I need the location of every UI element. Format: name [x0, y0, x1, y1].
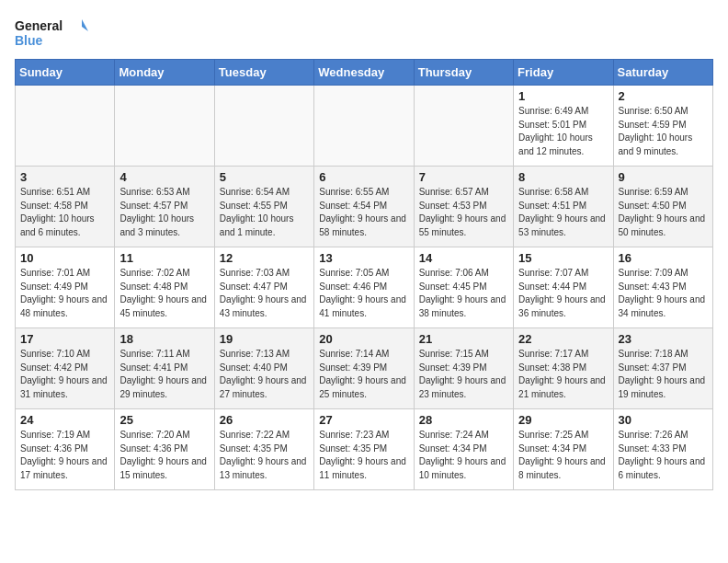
col-header-monday: Monday	[115, 60, 214, 86]
calendar-cell: 25Sunrise: 7:20 AMSunset: 4:36 PMDayligh…	[115, 409, 214, 490]
day-info-line: Sunrise: 7:15 AM	[419, 349, 489, 359]
calendar-cell: 30Sunrise: 7:26 AMSunset: 4:33 PMDayligh…	[613, 409, 712, 490]
day-info-line: Sunset: 4:48 PM	[119, 282, 188, 292]
calendar-cell: 27Sunrise: 7:23 AMSunset: 4:35 PMDayligh…	[314, 409, 414, 490]
day-info-line: Sunrise: 7:05 AM	[319, 268, 389, 278]
day-info-line: Daylight: 10 hours and 6 minutes.	[20, 213, 95, 237]
day-info-line: Sunrise: 7:22 AM	[220, 430, 290, 440]
week-row-1: 1Sunrise: 6:49 AMSunset: 5:01 PMDaylight…	[16, 86, 713, 167]
calendar-cell: 18Sunrise: 7:11 AMSunset: 4:41 PMDayligh…	[115, 328, 214, 409]
calendar-cell: 2Sunrise: 6:50 AMSunset: 4:59 PMDaylight…	[613, 86, 712, 167]
day-info-line: Daylight: 10 hours and 1 minute.	[220, 213, 294, 237]
calendar-cell: 13Sunrise: 7:05 AMSunset: 4:46 PMDayligh…	[314, 247, 414, 328]
day-info-line: Daylight: 10 hours and 9 minutes.	[619, 132, 693, 156]
calendar-cell	[214, 86, 313, 167]
day-info-line: Sunset: 4:54 PM	[319, 201, 387, 211]
day-number: 19	[220, 332, 309, 346]
calendar-cell: 1Sunrise: 6:49 AMSunset: 5:01 PMDaylight…	[514, 86, 613, 167]
day-info-line: Sunset: 4:51 PM	[518, 201, 586, 211]
col-header-wednesday: Wednesday	[314, 60, 414, 86]
day-number: 5	[220, 170, 309, 184]
calendar-cell: 20Sunrise: 7:14 AMSunset: 4:39 PMDayligh…	[314, 328, 414, 409]
day-info-line: Daylight: 9 hours and 19 minutes.	[619, 375, 706, 399]
day-info-line: Daylight: 9 hours and 13 minutes.	[220, 456, 307, 480]
col-header-tuesday: Tuesday	[214, 60, 313, 86]
logo-svg: General Blue	[15, 15, 88, 52]
day-info-line: Sunrise: 6:55 AM	[319, 187, 389, 197]
week-row-5: 24Sunrise: 7:19 AMSunset: 4:36 PMDayligh…	[16, 409, 713, 490]
day-info-line: Daylight: 10 hours and 3 minutes.	[119, 213, 194, 237]
svg-text:General: General	[15, 18, 63, 33]
day-info: Sunrise: 7:10 AMSunset: 4:42 PMDaylight:…	[20, 348, 109, 401]
page-header: General Blue	[15, 15, 713, 52]
day-info-line: Sunrise: 6:59 AM	[619, 187, 688, 197]
day-info-line: Daylight: 9 hours and 10 minutes.	[419, 456, 506, 480]
day-number: 8	[518, 170, 608, 184]
day-info-line: Daylight: 9 hours and 45 minutes.	[119, 294, 207, 318]
day-info-line: Daylight: 9 hours and 23 minutes.	[419, 375, 506, 399]
day-number: 27	[319, 413, 408, 427]
day-info-line: Sunrise: 7:09 AM	[619, 268, 688, 278]
day-number: 17	[20, 332, 109, 346]
day-info-line: Daylight: 9 hours and 29 minutes.	[119, 375, 207, 399]
day-number: 14	[419, 251, 508, 265]
day-info-line: Daylight: 9 hours and 34 minutes.	[619, 294, 706, 318]
day-info-line: Sunset: 4:36 PM	[119, 443, 188, 454]
day-info: Sunrise: 7:14 AMSunset: 4:39 PMDaylight:…	[319, 348, 408, 401]
logo: General Blue	[15, 15, 88, 52]
day-info-line: Sunset: 4:33 PM	[619, 443, 687, 454]
day-info-line: Sunrise: 7:13 AM	[220, 349, 290, 359]
day-info: Sunrise: 6:54 AMSunset: 4:55 PMDaylight:…	[220, 186, 309, 239]
day-number: 12	[220, 251, 309, 265]
day-info: Sunrise: 7:05 AMSunset: 4:46 PMDaylight:…	[319, 267, 408, 320]
day-number: 26	[220, 413, 309, 427]
day-info: Sunrise: 6:55 AMSunset: 4:54 PMDaylight:…	[319, 186, 408, 239]
day-info: Sunrise: 7:01 AMSunset: 4:49 PMDaylight:…	[20, 267, 109, 320]
day-info: Sunrise: 7:23 AMSunset: 4:35 PMDaylight:…	[319, 429, 408, 482]
week-row-2: 3Sunrise: 6:51 AMSunset: 4:58 PMDaylight…	[16, 167, 713, 247]
day-info: Sunrise: 7:06 AMSunset: 4:45 PMDaylight:…	[419, 267, 508, 320]
day-info-line: Daylight: 9 hours and 31 minutes.	[20, 375, 108, 399]
day-info-line: Sunrise: 7:19 AM	[20, 430, 90, 440]
day-info-line: Daylight: 9 hours and 50 minutes.	[619, 213, 706, 237]
day-info-line: Sunrise: 6:57 AM	[419, 187, 489, 197]
day-info-line: Sunset: 4:35 PM	[319, 443, 387, 454]
day-info-line: Sunset: 4:39 PM	[319, 362, 387, 373]
day-info-line: Daylight: 9 hours and 55 minutes.	[419, 213, 506, 237]
day-number: 13	[319, 251, 408, 265]
calendar-cell: 14Sunrise: 7:06 AMSunset: 4:45 PMDayligh…	[414, 247, 513, 328]
day-info-line: Sunset: 4:45 PM	[419, 282, 487, 292]
day-number: 7	[419, 170, 508, 184]
day-info-line: Sunrise: 7:10 AM	[20, 349, 90, 359]
day-info-line: Sunset: 4:39 PM	[419, 362, 487, 373]
col-header-thursday: Thursday	[414, 60, 513, 86]
day-info-line: Daylight: 9 hours and 27 minutes.	[220, 375, 307, 399]
calendar-cell	[314, 86, 414, 167]
day-info-line: Sunset: 4:42 PM	[20, 362, 88, 373]
day-info: Sunrise: 6:58 AMSunset: 4:51 PMDaylight:…	[518, 186, 608, 239]
svg-text:Blue: Blue	[15, 33, 43, 48]
day-number: 15	[518, 251, 608, 265]
day-info-line: Daylight: 9 hours and 15 minutes.	[119, 456, 207, 480]
day-info: Sunrise: 7:13 AMSunset: 4:40 PMDaylight:…	[220, 348, 309, 401]
week-row-4: 17Sunrise: 7:10 AMSunset: 4:42 PMDayligh…	[16, 328, 713, 409]
day-info-line: Daylight: 9 hours and 36 minutes.	[518, 294, 606, 318]
day-info: Sunrise: 7:26 AMSunset: 4:33 PMDaylight:…	[619, 429, 708, 482]
calendar-cell: 23Sunrise: 7:18 AMSunset: 4:37 PMDayligh…	[613, 328, 712, 409]
day-number: 29	[518, 413, 608, 427]
day-info: Sunrise: 7:24 AMSunset: 4:34 PMDaylight:…	[419, 429, 508, 482]
day-info-line: Sunset: 4:41 PM	[119, 362, 188, 373]
day-info: Sunrise: 7:22 AMSunset: 4:35 PMDaylight:…	[220, 429, 309, 482]
day-number: 30	[619, 413, 708, 427]
calendar-cell: 26Sunrise: 7:22 AMSunset: 4:35 PMDayligh…	[214, 409, 313, 490]
day-info-line: Sunset: 4:38 PM	[518, 362, 586, 373]
day-info-line: Sunset: 4:34 PM	[419, 443, 487, 454]
day-number: 24	[20, 413, 109, 427]
day-info: Sunrise: 7:19 AMSunset: 4:36 PMDaylight:…	[20, 429, 109, 482]
calendar-cell: 29Sunrise: 7:25 AMSunset: 4:34 PMDayligh…	[514, 409, 613, 490]
day-info: Sunrise: 7:11 AMSunset: 4:41 PMDaylight:…	[119, 348, 209, 401]
day-info-line: Sunrise: 6:51 AM	[20, 187, 90, 197]
day-info-line: Sunrise: 7:18 AM	[619, 349, 688, 359]
day-info: Sunrise: 7:25 AMSunset: 4:34 PMDaylight:…	[518, 429, 608, 482]
day-info-line: Daylight: 9 hours and 8 minutes.	[518, 456, 606, 480]
